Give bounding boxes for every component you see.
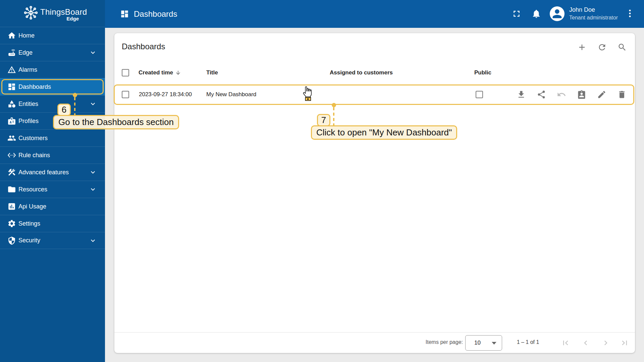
select-all-checkbox[interactable] bbox=[122, 65, 129, 80]
alarms-warning-icon bbox=[7, 65, 16, 74]
app-window: ThingsBoard Edge Home Edge Alarms Dashbo… bbox=[0, 0, 644, 362]
sidebar-item-home[interactable]: Home bbox=[0, 27, 105, 44]
share-icon[interactable] bbox=[537, 83, 546, 106]
sidebar-item-label: Alarms bbox=[18, 66, 37, 73]
more-vert-icon[interactable] bbox=[625, 8, 635, 18]
sidebar-item-advanced-features[interactable]: Advanced features bbox=[0, 164, 105, 181]
pagination-range-label: 1 – 1 of 1 bbox=[510, 339, 546, 345]
user-info[interactable]: John Doe Tenant administrator bbox=[569, 6, 618, 22]
api-usage-chart-icon bbox=[7, 202, 16, 211]
table-row[interactable]: 2023-09-27 18:34:00 My New Dashboard bbox=[114, 83, 635, 106]
logo-title: ThingsBoard bbox=[40, 7, 87, 17]
settings-gear-icon bbox=[7, 219, 16, 228]
sidebar-item-label: Security bbox=[18, 237, 40, 244]
row-checkbox-cell bbox=[122, 83, 129, 106]
sidebar-item-security[interactable]: Security bbox=[0, 232, 105, 249]
sidebar-item-label: Resources bbox=[18, 186, 47, 193]
delete-trash-icon[interactable] bbox=[617, 83, 627, 106]
advanced-features-tools-icon bbox=[7, 168, 16, 177]
chevron-down-icon bbox=[89, 185, 97, 193]
column-label: Public bbox=[474, 69, 491, 76]
rule-chains-ethernet-icon bbox=[7, 151, 16, 160]
sidebar-item-dashboards[interactable]: Dashboards bbox=[0, 78, 105, 95]
column-assigned-to-customers[interactable]: Assigned to customers bbox=[330, 65, 393, 80]
search-icon[interactable] bbox=[618, 43, 627, 52]
sidebar-item-customers[interactable]: Customers bbox=[0, 129, 105, 146]
top-header: Dashboards John Doe Tenant administrator bbox=[105, 0, 644, 28]
sidebar-item-label: Advanced features bbox=[18, 169, 69, 176]
chevron-down-icon bbox=[89, 237, 97, 245]
sidebar-item-alarms[interactable]: Alarms bbox=[0, 61, 105, 78]
column-created-time[interactable]: Created time bbox=[139, 65, 181, 80]
cell-title: My New Dashboard bbox=[206, 83, 256, 106]
chevron-down-icon bbox=[89, 168, 97, 176]
items-per-page-select[interactable]: 10 bbox=[465, 335, 502, 351]
fullscreen-icon[interactable] bbox=[512, 9, 522, 19]
annotation-highlight-ring bbox=[1, 79, 104, 95]
next-page-icon[interactable] bbox=[601, 338, 610, 348]
undo-icon bbox=[557, 83, 566, 106]
sidebar-item-label: Edge bbox=[18, 49, 33, 56]
cell-created-time: 2023-09-27 18:34:00 bbox=[139, 83, 192, 106]
sidebar-item-entities[interactable]: Entities bbox=[0, 95, 105, 112]
add-icon[interactable] bbox=[577, 43, 587, 52]
last-page-icon[interactable] bbox=[620, 338, 629, 348]
column-label: Assigned to customers bbox=[330, 69, 393, 76]
sidebar-item-label: Rule chains bbox=[18, 152, 50, 159]
sidebar-item-label: Customers bbox=[18, 135, 48, 142]
security-shield-icon bbox=[7, 236, 16, 245]
sidebar-nav: Home Edge Alarms Dashboards Entities bbox=[0, 27, 105, 249]
logo[interactable]: ThingsBoard Edge bbox=[0, 5, 105, 25]
dashboards-grid-icon bbox=[7, 82, 16, 91]
sidebar-item-label: Home bbox=[18, 32, 35, 39]
sidebar-item-label: Dashboards bbox=[18, 83, 51, 90]
chevron-down-icon bbox=[89, 49, 97, 57]
sidebar-item-label: Profiles bbox=[18, 118, 39, 125]
home-icon bbox=[7, 31, 16, 40]
logo-subtitle: Edge bbox=[41, 16, 79, 21]
sidebar-item-api-usage[interactable]: Api Usage bbox=[0, 198, 105, 215]
sidebar-item-label: Settings bbox=[18, 220, 40, 227]
chevron-down-icon bbox=[89, 100, 97, 108]
sidebar-item-rule-chains[interactable]: Rule chains bbox=[0, 146, 105, 164]
dropdown-arrow-icon bbox=[492, 342, 496, 345]
sort-descending-arrow-icon[interactable] bbox=[175, 70, 181, 76]
header-title-group: Dashboards bbox=[120, 0, 177, 28]
sidebar-item-edge[interactable]: Edge bbox=[0, 44, 105, 61]
first-page-icon[interactable] bbox=[561, 338, 570, 348]
thingsboard-logo-icon bbox=[23, 5, 38, 20]
entities-shapes-icon bbox=[7, 100, 16, 108]
sidebar-item-settings[interactable]: Settings bbox=[0, 215, 105, 232]
avatar[interactable] bbox=[550, 6, 565, 21]
assign-customer-icon[interactable] bbox=[577, 83, 586, 106]
resources-folder-icon bbox=[7, 185, 16, 194]
checkbox[interactable] bbox=[122, 69, 129, 76]
card-title: Dashboards bbox=[122, 42, 165, 51]
dashboards-grid-icon bbox=[120, 9, 129, 18]
column-label: Created time bbox=[139, 69, 173, 76]
table-header-row: Created time Title Assigned to customers… bbox=[114, 65, 635, 80]
column-label: Title bbox=[206, 69, 218, 76]
sidebar-item-profiles[interactable]: Profiles bbox=[0, 112, 105, 129]
column-public[interactable]: Public bbox=[474, 65, 491, 80]
refresh-icon[interactable] bbox=[597, 43, 607, 52]
edit-pencil-icon[interactable] bbox=[597, 83, 606, 106]
notifications-bell-icon[interactable] bbox=[531, 9, 541, 19]
sidebar-item-label: Entities bbox=[18, 101, 38, 108]
page-title: Dashboards bbox=[134, 9, 177, 19]
public-checkbox-cell bbox=[476, 83, 483, 106]
items-per-page-value: 10 bbox=[474, 340, 481, 346]
download-icon[interactable] bbox=[517, 83, 526, 106]
user-name: John Doe bbox=[569, 6, 618, 14]
dashboards-card: Dashboards Created time Title Assigned t… bbox=[114, 33, 635, 353]
profiles-badge-icon bbox=[7, 117, 16, 125]
user-role: Tenant administrator bbox=[569, 14, 618, 22]
items-per-page-label: Items per page: bbox=[426, 339, 463, 345]
previous-page-icon[interactable] bbox=[581, 338, 590, 348]
sidebar-item-resources[interactable]: Resources bbox=[0, 181, 105, 198]
edge-router-icon bbox=[7, 48, 16, 57]
column-title[interactable]: Title bbox=[206, 65, 218, 80]
checkbox[interactable] bbox=[476, 91, 483, 98]
checkbox[interactable] bbox=[122, 91, 129, 98]
sidebar-item-label: Api Usage bbox=[18, 203, 46, 210]
